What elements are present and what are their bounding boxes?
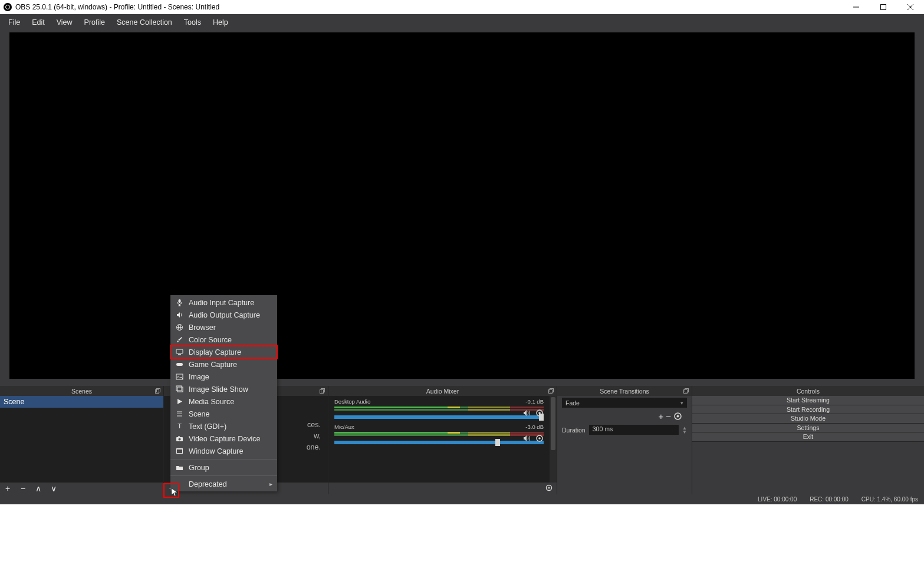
menu-view[interactable]: View (51, 16, 78, 29)
cm-game-capture[interactable]: Game Capture (170, 358, 277, 371)
app-logo-icon (4, 3, 12, 11)
transition-duration-label: Duration (562, 427, 586, 434)
list-icon (175, 409, 184, 418)
mixer-volume-slider[interactable] (334, 441, 544, 444)
preview-canvas[interactable] (9, 32, 915, 379)
gear-icon (545, 484, 553, 491)
svg-rect-28 (176, 363, 183, 366)
cm-browser[interactable]: Browser (170, 321, 277, 333)
controls-header[interactable]: Controls (692, 386, 924, 396)
menu-tools[interactable]: Tools (178, 16, 207, 29)
close-icon (907, 4, 913, 10)
maximize-button[interactable] (870, 0, 897, 14)
menu-scene-collection[interactable]: Scene Collection (111, 16, 178, 29)
transition-settings-button[interactable] (673, 412, 682, 421)
preview-area (0, 30, 924, 386)
titlebar: OBS 25.0.1 (64-bit, windows) - Profile: … (0, 0, 924, 14)
dock-popout-icon[interactable] (319, 388, 325, 394)
cm-color-source[interactable]: Color Source (170, 333, 277, 346)
svg-rect-30 (177, 387, 183, 392)
start-streaming-button[interactable]: Start Streaming (692, 396, 924, 405)
start-recording-button[interactable]: Start Recording (692, 405, 924, 415)
minimize-button[interactable] (843, 0, 870, 14)
window-icon (175, 447, 184, 455)
cm-video-capture-device[interactable]: Video Capture Device (170, 432, 277, 445)
transition-select[interactable]: Fade▾ (562, 398, 687, 408)
cm-audio-output-capture[interactable]: Audio Output Capture (170, 309, 277, 321)
gamepad-icon (175, 360, 184, 369)
gear-icon (673, 412, 682, 421)
transition-add-button[interactable]: + (658, 411, 663, 421)
scene-transitions-title: Scene Transitions (600, 388, 649, 395)
scene-transitions-header[interactable]: Scene Transitions (557, 386, 692, 396)
audio-mixer-toolbar (328, 483, 557, 494)
dock-popout-icon[interactable] (548, 388, 554, 394)
cm-deprecated[interactable]: Deprecated (170, 478, 277, 490)
dock-popout-icon[interactable] (683, 388, 689, 394)
slideshow-icon (175, 385, 184, 394)
svg-rect-6 (320, 390, 324, 394)
studio-mode-button[interactable]: Studio Mode (692, 414, 924, 424)
scenes-header[interactable]: Scenes (0, 386, 163, 396)
mixer-meter (334, 432, 544, 439)
svg-point-37 (179, 438, 181, 441)
folder-icon (175, 463, 184, 472)
mixer-channel-name: Mic/Aux (334, 424, 354, 430)
menu-profile[interactable]: Profile (78, 16, 111, 29)
cm-display-capture[interactable]: Display Capture (170, 346, 277, 358)
dock-popout-icon[interactable] (154, 388, 161, 394)
speaker-icon (175, 310, 184, 319)
menu-help[interactable]: Help (207, 16, 234, 29)
scenes-list[interactable]: Scene (0, 396, 163, 483)
status-cpu: CPU: 1.4%, 60.00 fps (861, 496, 918, 503)
svg-rect-38 (178, 437, 180, 438)
speaker-icon[interactable] (522, 409, 531, 417)
menu-edit[interactable]: Edit (26, 16, 51, 29)
cm-audio-input-capture[interactable]: Audio Input Capture (170, 296, 277, 309)
svg-rect-10 (549, 390, 553, 394)
monitor-icon (175, 348, 184, 356)
svg-point-15 (538, 437, 541, 440)
transition-duration-input[interactable]: 300 ms (589, 425, 679, 435)
status-live: LIVE: 00:00:00 (758, 496, 797, 503)
cm-group[interactable]: Group (170, 461, 277, 474)
controls-title: Controls (797, 388, 820, 395)
blank-icon (175, 480, 184, 488)
cm-image-slide-show[interactable]: Image Slide Show (170, 383, 277, 395)
cm-image[interactable]: Image (170, 371, 277, 383)
scene-add-button[interactable]: + (4, 484, 12, 493)
duration-spinner-icon[interactable]: ▲▼ (682, 426, 687, 434)
audio-mixer-body: Desktop Audio -0.1 dB (328, 396, 557, 483)
mixer-channel: Mic/Aux -3.0 dB (328, 421, 550, 444)
cm-separator (170, 475, 277, 476)
svg-rect-19 (685, 389, 689, 392)
exit-button[interactable]: Exit (692, 432, 924, 442)
transition-remove-button[interactable]: − (666, 411, 671, 421)
add-source-context-menu: Audio Input Capture Audio Output Capture… (170, 295, 277, 491)
scene-item[interactable]: Scene (0, 396, 163, 408)
mixer-volume-slider[interactable] (334, 415, 544, 419)
svg-rect-11 (550, 389, 554, 392)
cm-window-capture[interactable]: Window Capture (170, 445, 277, 457)
gear-icon[interactable] (535, 434, 544, 442)
cm-media-source[interactable]: Media Source (170, 395, 277, 408)
minimize-icon (853, 4, 859, 10)
settings-button[interactable]: Settings (692, 424, 924, 433)
audio-mixer-header[interactable]: Audio Mixer (328, 386, 557, 396)
scene-remove-button[interactable]: − (19, 484, 27, 493)
cm-scene[interactable]: Scene (170, 408, 277, 420)
svg-rect-26 (176, 349, 183, 353)
scene-up-button[interactable]: ∧ (34, 484, 42, 493)
mixer-settings-button[interactable] (545, 484, 553, 493)
speaker-icon[interactable] (522, 434, 531, 442)
scene-down-button[interactable]: ∨ (50, 484, 58, 493)
gear-icon[interactable] (535, 409, 544, 417)
mixer-scrollbar[interactable] (550, 396, 557, 483)
close-button[interactable] (897, 0, 924, 14)
menu-file[interactable]: File (2, 16, 26, 29)
controls-body: Start Streaming Start Recording Studio M… (692, 396, 924, 494)
docks-row: Scenes Scene + − ∧ ∨ Sources ces. w, (0, 386, 924, 494)
camera-icon (175, 434, 184, 443)
cm-text-gdi[interactable]: T Text (GDI+) (170, 420, 277, 432)
svg-rect-31 (176, 386, 182, 391)
